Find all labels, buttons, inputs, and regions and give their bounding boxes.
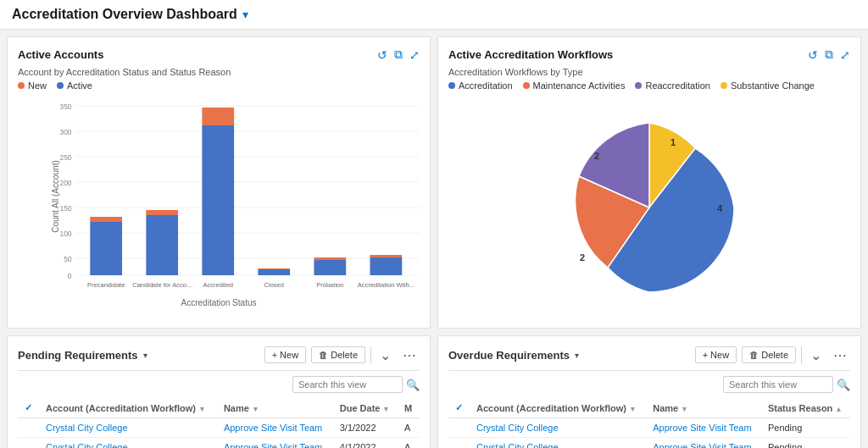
overdue-row2-status: Pending — [761, 438, 850, 449]
overdue-table: ✓ Account (Accreditation Workflow) ▾ Nam… — [448, 398, 850, 448]
bar-accreditation-active — [370, 257, 403, 275]
sort-name-icon[interactable]: ▾ — [253, 405, 258, 413]
workflows-copy-icon[interactable]: ⧉ — [825, 47, 833, 62]
overdue-search-row: 🔍 — [448, 371, 850, 398]
active-accounts-legend: New Active — [18, 80, 420, 91]
svg-text:350: 350 — [59, 102, 71, 111]
copy-icon[interactable]: ⧉ — [394, 47, 403, 62]
sort-due-date-icon[interactable]: ▾ — [384, 405, 388, 413]
overdue-title: Overdue Requirements — [448, 349, 570, 362]
pending-row1-name[interactable]: Approve Site Visit Team — [217, 418, 333, 438]
legend-active-dot — [57, 82, 64, 89]
overdue-search-icon[interactable]: 🔍 — [837, 379, 850, 391]
overdue-row1-name[interactable]: Approve Site Visit Team — [646, 418, 761, 438]
pending-divider — [370, 346, 371, 363]
pending-delete-button[interactable]: 🗑 Delete — [311, 346, 365, 363]
bar-candidate-active — [146, 215, 178, 275]
legend-new: New — [18, 80, 47, 91]
overdue-sort-status-icon[interactable]: ▴ — [837, 405, 841, 413]
overdue-row1-status: Pending — [761, 418, 850, 438]
overdue-check-icon: ✓ — [455, 402, 463, 412]
legend-accreditation: Accreditation — [448, 80, 513, 91]
pending-table-container: ✓ Account (Accreditation Workflow) ▾ Nam… — [18, 398, 420, 448]
pending-row1-check — [18, 418, 39, 438]
svg-text:Candidate for Acco...: Candidate for Acco... — [132, 281, 192, 289]
dashboard-header: Accreditation Overview Dashboard ▾ — [0, 0, 868, 30]
pending-new-button[interactable]: + New — [264, 346, 307, 363]
svg-text:250: 250 — [59, 153, 71, 162]
overdue-more-icon[interactable]: ⌄ — [807, 347, 825, 363]
active-workflows-subtitle: Accreditation Workflows by Type — [448, 67, 850, 77]
svg-text:100: 100 — [59, 230, 71, 238]
dashboard-title: Accreditation Overview Dashboard — [12, 7, 237, 22]
overdue-divider — [801, 346, 802, 363]
pending-right: + New 🗑 Delete ⌄ ⋯ — [264, 346, 420, 363]
active-workflows-panel: Active Accreditation Workflows ↺ ⧉ ⤢ Acc… — [437, 36, 861, 329]
legend-new-dot — [18, 82, 25, 89]
pending-delete-label: 🗑 Delete — [319, 350, 358, 360]
active-accounts-header: Active Accounts ↺ ⧉ ⤢ — [18, 47, 420, 62]
overdue-col-status-reason: Status Reason ▴ — [761, 398, 850, 418]
expand-icon[interactable]: ⤢ — [409, 48, 420, 62]
pending-col-name: Name ▾ — [217, 398, 333, 418]
overdue-col-check: ✓ — [448, 398, 470, 418]
svg-text:300: 300 — [59, 128, 71, 136]
overdue-sort-name-icon[interactable]: ▾ — [682, 405, 687, 413]
sort-account-icon[interactable]: ▾ — [200, 405, 204, 413]
legend-substantive: Substantive Change — [721, 80, 815, 91]
refresh-icon[interactable]: ↺ — [377, 48, 387, 62]
pending-row2-account[interactable]: Crystal City College — [39, 438, 217, 449]
overdue-row1-account[interactable]: Crystal City College — [470, 418, 646, 438]
dashboard-grid: Active Accounts ↺ ⧉ ⤢ Account by Accredi… — [0, 30, 868, 448]
pie-label-1: 1 — [670, 137, 676, 147]
overdue-chevron-icon[interactable]: ▾ — [575, 351, 579, 360]
pending-row1-account[interactable]: Crystal City College — [39, 418, 217, 438]
overdue-requirements-panel: Overdue Requirements ▾ + New 🗑 Delete ⌄ … — [437, 335, 861, 448]
overdue-row2-name[interactable]: Approve Site Visit Team — [646, 438, 761, 449]
pending-search-row: 🔍 — [18, 371, 420, 398]
overdue-col-account: Account (Accreditation Workflow) ▾ — [470, 398, 646, 418]
overdue-sort-account-icon[interactable]: ▾ — [631, 405, 635, 413]
pending-more-icon[interactable]: ⌄ — [376, 347, 394, 363]
workflows-expand-icon[interactable]: ⤢ — [840, 48, 850, 62]
pending-search-icon[interactable]: 🔍 — [406, 379, 420, 391]
pending-row2-m: A — [398, 438, 420, 449]
pending-col-due-date: Due Date ▾ — [333, 398, 398, 418]
pie-label-orange-2: 2 — [580, 252, 585, 263]
check-icon: ✓ — [25, 402, 32, 412]
pending-table: ✓ Account (Accreditation Workflow) ▾ Nam… — [18, 398, 420, 448]
overdue-table-header-row: ✓ Account (Accreditation Workflow) ▾ Nam… — [448, 398, 850, 418]
pending-row2-name[interactable]: Approve Site Visit Team — [217, 438, 333, 449]
y-axis-label: Count All (Account) — [51, 160, 60, 233]
header-chevron-icon[interactable]: ▾ — [242, 8, 248, 21]
svg-text:50: 50 — [64, 255, 72, 263]
legend-substantive-label: Substantive Change — [731, 80, 815, 91]
overdue-right: + New 🗑 Delete ⌄ ⋯ — [695, 346, 850, 363]
legend-maintenance: Maintenance Activities — [523, 80, 626, 91]
overdue-new-button[interactable]: + New — [695, 346, 737, 363]
pending-search-input[interactable] — [292, 376, 403, 393]
overdue-table-container: ✓ Account (Accreditation Workflow) ▾ Nam… — [448, 398, 850, 448]
active-workflows-title: Active Accreditation Workflows — [448, 48, 613, 61]
pending-title: Pending Requirements — [18, 349, 138, 362]
table-row: Crystal City College Approve Site Visit … — [448, 418, 850, 438]
bar-precandidate-new — [90, 217, 122, 222]
table-row: Crystal City College Approve Site Visit … — [448, 438, 850, 449]
pending-dots-icon[interactable]: ⋯ — [399, 347, 420, 363]
overdue-dots-icon[interactable]: ⋯ — [830, 347, 850, 363]
legend-reaccreditation-label: Reaccreditation — [645, 80, 709, 91]
overdue-search-input[interactable] — [723, 376, 833, 393]
workflows-refresh-icon[interactable]: ↺ — [808, 48, 818, 62]
overdue-left: Overdue Requirements ▾ — [448, 349, 579, 362]
table-row: Crystal City College Approve Site Visit … — [18, 418, 420, 438]
overdue-delete-label: 🗑 Delete — [749, 350, 788, 360]
overdue-delete-button[interactable]: 🗑 Delete — [742, 346, 796, 363]
bar-accredited-active — [202, 125, 234, 275]
x-axis-label: Accreditation Status — [18, 298, 420, 307]
active-workflows-legend: Accreditation Maintenance Activities Rea… — [448, 80, 850, 91]
pending-row2-check — [18, 438, 39, 449]
overdue-row2-account[interactable]: Crystal City College — [470, 438, 646, 449]
legend-substantive-dot — [721, 82, 727, 89]
pending-chevron-icon[interactable]: ▾ — [143, 351, 147, 360]
svg-text:0: 0 — [68, 272, 72, 280]
